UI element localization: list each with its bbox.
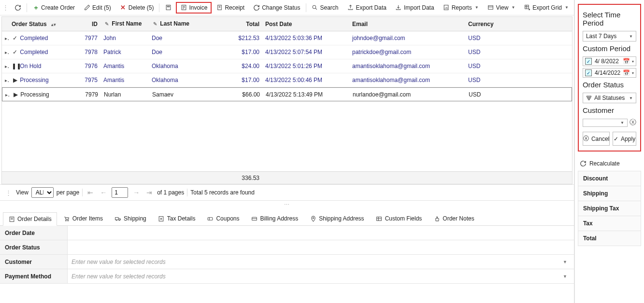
- import-data-button[interactable]: Import Data: [391, 2, 439, 14]
- checkbox-checked-icon[interactable]: ✓: [585, 58, 592, 65]
- tab-billing-address[interactable]: Billing Address: [246, 212, 304, 225]
- expand-icon[interactable]: ▸: [5, 35, 9, 41]
- expand-icon[interactable]: ▸: [5, 63, 9, 69]
- invoice-button[interactable]: Invoice: [176, 2, 212, 14]
- summary-row: Total: [578, 231, 641, 246]
- recalculate-button[interactable]: Recalculate: [578, 156, 641, 171]
- time-period-select[interactable]: Last 7 Days ▼: [583, 31, 636, 41]
- chevron-down-icon[interactable]: ▼: [560, 274, 570, 279]
- col-post-date[interactable]: Post Date: [262, 19, 349, 29]
- prev-page-button[interactable]: ←: [98, 188, 109, 197]
- receipt-button[interactable]: Receipt: [212, 2, 249, 14]
- customer-select[interactable]: ▼: [583, 119, 628, 127]
- chevron-down-icon: ▼: [565, 5, 569, 10]
- status-cell: Completed: [20, 35, 48, 41]
- calendar-icon: 📅: [623, 69, 630, 76]
- date-cell: 4/13/2022 5:03:36 PM: [262, 33, 349, 43]
- delete-button[interactable]: ✕ Delete (5): [115, 2, 158, 14]
- toolbar-label: Create Order: [41, 4, 75, 11]
- toolbar-label: Import Data: [404, 4, 434, 11]
- table-row[interactable]: ▸▶ Processing7979NurlanSamaev$66.004/13/…: [2, 87, 572, 101]
- edit-button[interactable]: Edit (5): [79, 2, 115, 14]
- col-email[interactable]: Email: [349, 19, 465, 29]
- per-page-label: per page: [57, 189, 79, 196]
- table-row[interactable]: ▸❚❚ On Hold7976AmantisOklahoma$24.004/13…: [2, 59, 572, 73]
- refresh-button[interactable]: [10, 2, 26, 14]
- page-input[interactable]: [112, 187, 128, 198]
- date-from-input[interactable]: ✓ 4/ 8/2022 📅▾: [583, 56, 636, 66]
- id-cell: 7978: [76, 47, 100, 57]
- col-id[interactable]: ID: [76, 19, 100, 29]
- payment-method-input[interactable]: Enter new value for selected records ▼: [68, 273, 574, 280]
- pager-grip-icon[interactable]: ⋮: [4, 189, 13, 196]
- order-status-filter-title: Order Status: [583, 81, 636, 89]
- col-currency[interactable]: Currency: [465, 19, 572, 29]
- pencil-icon: ✎: [103, 21, 110, 28]
- tab-coupons[interactable]: Coupons: [201, 212, 244, 225]
- tab-order-details[interactable]: Order Details: [3, 212, 57, 226]
- tab-tax-details[interactable]: Tax Details: [153, 212, 201, 225]
- view-button[interactable]: View ▼: [483, 2, 520, 14]
- total-cell: $24.00: [233, 61, 262, 71]
- col-first-name[interactable]: ✎ First Name: [100, 18, 149, 29]
- total-cell: $212.53: [233, 33, 262, 43]
- customer-filter-title: Customer: [583, 106, 636, 114]
- svg-rect-21: [588, 99, 589, 100]
- col-total[interactable]: Total: [233, 19, 262, 29]
- tab-custom-fields[interactable]: Custom Fields: [371, 212, 428, 225]
- first-page-button[interactable]: ⇤: [86, 188, 95, 197]
- expand-icon[interactable]: ▸: [5, 91, 9, 98]
- svg-point-4: [313, 5, 316, 9]
- expand-icon[interactable]: ▸: [5, 77, 9, 83]
- tab-order-items[interactable]: Order Items: [58, 212, 108, 225]
- search-button[interactable]: Search: [307, 2, 343, 14]
- per-page-select[interactable]: ALL: [31, 187, 54, 198]
- apply-button[interactable]: ✓ Apply: [613, 132, 636, 146]
- toolbar-grip-icon[interactable]: ⋮: [1, 4, 10, 11]
- tab-shipping[interactable]: Shipping: [109, 212, 152, 225]
- tab-order-notes[interactable]: Order Notes: [428, 212, 479, 225]
- change-status-button[interactable]: Change Status: [249, 2, 304, 14]
- reports-button[interactable]: Reports ▼: [439, 2, 483, 14]
- currency-cell: USD: [465, 75, 572, 85]
- toolbar-label: Receipt: [225, 4, 244, 11]
- summary-row: Discount: [578, 171, 641, 186]
- invoice-icon: [180, 4, 187, 11]
- svg-rect-19: [587, 96, 591, 97]
- col-last-name[interactable]: ✎ Last Name: [149, 18, 233, 29]
- email-cell: johndoe@gmail.com: [349, 33, 465, 43]
- export-grid-button[interactable]: Export Grid ▼: [519, 2, 573, 14]
- footer-total: 336.53: [233, 173, 262, 183]
- checkbox-checked-icon[interactable]: ✓: [585, 69, 592, 76]
- status-cell: Completed: [20, 49, 48, 55]
- table-row[interactable]: ▸▶ Processing7975AmantisOklahoma$17.004/…: [2, 73, 572, 87]
- export-data-button[interactable]: Export Data: [343, 2, 391, 14]
- expand-icon[interactable]: ▸: [5, 49, 9, 55]
- col-order-status[interactable]: Order Status ▴▾: [9, 19, 76, 29]
- cancel-button[interactable]: ⓧ Cancel: [583, 132, 610, 146]
- customer-input[interactable]: Enter new value for selected records ▼: [68, 259, 574, 265]
- order-status-select[interactable]: All Statuses ▼: [583, 93, 636, 103]
- tax-icon: [158, 215, 165, 222]
- currency-cell: USD: [465, 61, 572, 71]
- grid-body: ▸✓ Completed7977JohnDoe$212.534/13/2022 …: [2, 31, 572, 101]
- chevron-down-icon[interactable]: ▼: [560, 260, 570, 264]
- email-cell: patrickdoe@gmail.com: [349, 47, 465, 57]
- clear-customer-button[interactable]: ⓧ: [630, 118, 636, 127]
- field-order-status: Order Status: [0, 240, 574, 255]
- cart-icon: [63, 215, 70, 222]
- date-to-input[interactable]: ✓ 4/14/2022 📅▾: [583, 68, 636, 78]
- unknown-doc-button[interactable]: [160, 2, 176, 14]
- pager-bar: ⋮ View ALL per page ⇤ ← → ⇥ of 1 pages T…: [0, 184, 574, 201]
- tab-shipping-address[interactable]: Shipping Address: [304, 212, 369, 225]
- select-time-title: Select Time Period: [583, 11, 636, 27]
- toolbar-label: Change Status: [262, 4, 300, 11]
- next-page-button[interactable]: →: [131, 188, 142, 197]
- svg-rect-20: [587, 97, 590, 98]
- splitter-handle[interactable]: ⋯: [0, 201, 574, 209]
- table-row[interactable]: ▸✓ Completed7977JohnDoe$212.534/13/2022 …: [2, 31, 572, 45]
- last-page-button[interactable]: ⇥: [144, 188, 154, 197]
- layout-icon: [487, 4, 494, 11]
- create-order-button[interactable]: ＋ Create Order: [28, 2, 79, 14]
- table-row[interactable]: ▸✓ Completed7978PatrickDoe$17.004/13/202…: [2, 45, 572, 59]
